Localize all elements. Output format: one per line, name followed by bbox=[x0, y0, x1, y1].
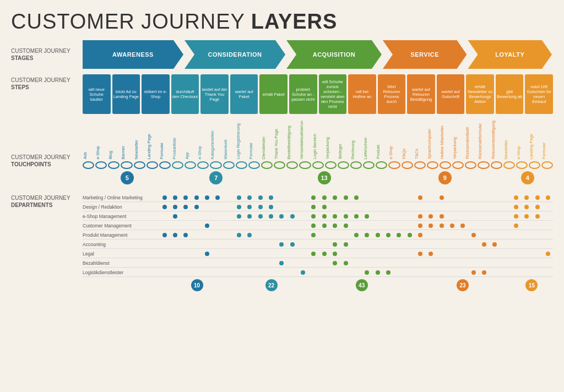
step-card-10: führt Retouren Prozess durch bbox=[378, 74, 406, 114]
dept-cell-4-28 bbox=[458, 231, 468, 239]
dept-cell-6-0 bbox=[160, 250, 169, 258]
dept-total-badge-2: 43 bbox=[356, 279, 368, 291]
departments-content: Marketing / Online MarketingDesign / Red… bbox=[83, 193, 553, 293]
dept-cell-4-34 bbox=[522, 231, 532, 239]
dept-dot-8-30 bbox=[482, 270, 486, 275]
dept-dot-2-34 bbox=[524, 214, 529, 219]
dept-cell-7-35 bbox=[533, 259, 542, 267]
dept-cell-2-7 bbox=[234, 213, 243, 220]
dept-dot-4-23 bbox=[408, 233, 412, 237]
dept-cell-2-24 bbox=[415, 213, 425, 220]
dept-cell-1-15 bbox=[319, 203, 329, 211]
title-bold: LAYERS bbox=[251, 10, 338, 33]
tp-dot-1 bbox=[95, 161, 107, 169]
tp-name-1: e-Shop bbox=[95, 146, 107, 159]
dept-dot-0-15 bbox=[322, 195, 327, 200]
tp-dot-2 bbox=[108, 161, 120, 169]
dept-cell-0-24 bbox=[415, 194, 425, 202]
tp-dot-0 bbox=[83, 161, 94, 169]
dept-dot-1-2 bbox=[183, 205, 188, 209]
dept-cell-8-12 bbox=[288, 269, 297, 276]
dept-cell-6-30 bbox=[479, 250, 489, 258]
dept-cell-2-16 bbox=[330, 213, 340, 220]
dept-name-3: Customer Management bbox=[83, 223, 160, 228]
dept-cell-6-36 bbox=[543, 250, 552, 258]
dept-cell-7-10 bbox=[266, 259, 275, 267]
stages-arrows: AWARENESSCONSIDERATIONACQUISITIONSERVICE… bbox=[83, 40, 553, 69]
dept-cell-7-5 bbox=[213, 259, 223, 267]
touchpoints-count-row: 571394 bbox=[83, 171, 553, 187]
dept-cell-3-28 bbox=[458, 222, 468, 230]
step-card-2: stöbert im e-Shop bbox=[142, 74, 170, 114]
dept-cell-8-7 bbox=[234, 269, 243, 276]
dept-dots-4 bbox=[160, 231, 553, 239]
tp-name-23: Produkt bbox=[376, 145, 387, 159]
dept-cell-0-18 bbox=[351, 194, 361, 202]
dept-cell-7-34 bbox=[522, 259, 532, 267]
dept-dot-1-8 bbox=[247, 205, 252, 209]
dept-cell-3-15 bbox=[319, 222, 329, 230]
dept-cell-1-27 bbox=[447, 203, 457, 211]
dept-cell-0-30 bbox=[479, 194, 489, 202]
dept-dot-0-10 bbox=[269, 195, 273, 200]
dept-dot-0-16 bbox=[333, 195, 337, 200]
dept-dot-6-15 bbox=[322, 252, 327, 256]
dept-cell-4-33 bbox=[511, 231, 520, 239]
dept-cell-0-28 bbox=[458, 194, 468, 202]
dept-cell-7-14 bbox=[309, 259, 318, 267]
dept-cell-0-27 bbox=[447, 194, 457, 202]
dept-cell-6-28 bbox=[458, 250, 468, 258]
dept-cell-0-17 bbox=[341, 194, 350, 202]
dept-cell-8-5 bbox=[213, 269, 223, 276]
dept-cell-5-8 bbox=[245, 241, 254, 248]
dept-dot-6-25 bbox=[429, 252, 433, 256]
dept-dot-7-11 bbox=[279, 261, 284, 265]
touchpoints-names: Adse-ShopBlogBannerNewsletterLanding Pag… bbox=[83, 121, 553, 159]
tp-name-34: e-Shop bbox=[516, 146, 528, 159]
dept-cell-4-19 bbox=[362, 231, 372, 239]
dept-cell-3-11 bbox=[277, 222, 286, 230]
dept-cell-8-3 bbox=[192, 269, 201, 276]
dept-dot-2-10 bbox=[269, 214, 273, 219]
dept-dot-4-19 bbox=[365, 233, 369, 237]
dept-dot-1-14 bbox=[311, 205, 316, 209]
dept-cell-7-27 bbox=[447, 259, 457, 267]
dept-cell-0-21 bbox=[383, 194, 393, 202]
dept-cell-4-13 bbox=[298, 231, 307, 239]
dept-total-badge-0: 10 bbox=[191, 279, 203, 291]
dept-dot-0-14 bbox=[311, 195, 316, 200]
tp-dot-13 bbox=[248, 161, 260, 169]
dept-name-7: Bezahldienst bbox=[83, 260, 160, 266]
dept-cell-1-18 bbox=[351, 203, 361, 211]
dept-dot-6-14 bbox=[311, 252, 316, 256]
dept-cell-1-19 bbox=[362, 203, 372, 211]
page: CUSTOMER JOURNEY LAYERS CUSTOMER JOURNEY… bbox=[0, 0, 564, 302]
tp-name-14: Dienstleister bbox=[261, 137, 273, 159]
dept-cell-6-3 bbox=[192, 250, 201, 258]
dept-cell-2-36 bbox=[543, 213, 552, 220]
dept-dot-2-16 bbox=[333, 214, 337, 219]
dept-cell-3-6 bbox=[224, 222, 233, 230]
dept-dot-4-0 bbox=[162, 233, 167, 237]
dept-cell-8-26 bbox=[437, 269, 446, 276]
dept-dot-0-33 bbox=[514, 195, 518, 200]
dept-row-5: Accounting bbox=[83, 240, 553, 249]
dept-dot-0-1 bbox=[173, 195, 177, 200]
dept-dot-0-5 bbox=[215, 195, 220, 200]
dept-cell-8-17 bbox=[341, 269, 350, 276]
dept-cell-2-4 bbox=[202, 213, 212, 220]
dept-cell-7-7 bbox=[234, 259, 243, 267]
dept-cell-7-33 bbox=[511, 259, 520, 267]
dept-cell-5-36 bbox=[543, 241, 552, 248]
dept-cell-0-7 bbox=[234, 194, 243, 202]
dept-row-8: Logistikdienstleister bbox=[83, 268, 553, 277]
dept-cell-4-2 bbox=[181, 231, 191, 239]
dept-cell-2-26 bbox=[437, 213, 446, 220]
dept-cell-3-14 bbox=[309, 222, 318, 230]
dept-cell-0-14 bbox=[309, 194, 318, 202]
dept-cell-2-35 bbox=[533, 213, 542, 220]
dept-row-0: Marketing / Online Marketing bbox=[83, 193, 553, 202]
dept-cell-1-22 bbox=[394, 203, 404, 211]
dept-cell-7-30 bbox=[479, 259, 489, 267]
dept-cell-4-30 bbox=[479, 231, 489, 239]
